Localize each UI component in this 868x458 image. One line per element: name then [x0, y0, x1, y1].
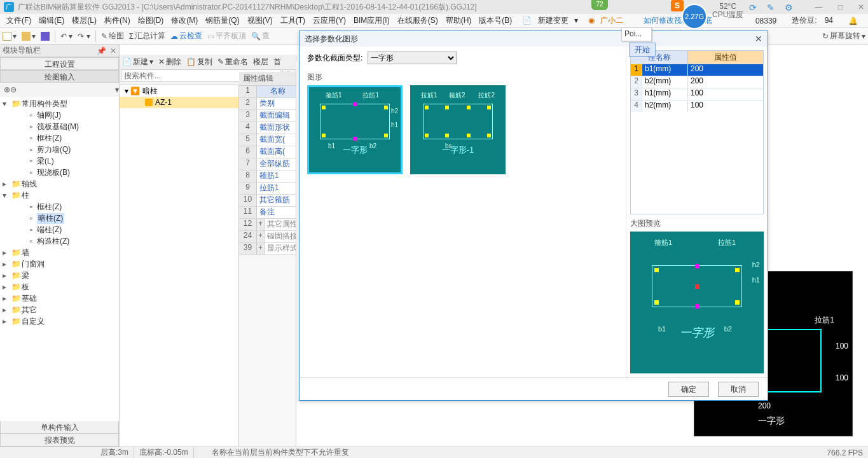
tree-item-child[interactable]: ▫筏板基础(M) [0, 121, 119, 132]
sum-button[interactable]: Σ 汇总计算 [129, 31, 165, 41]
flat-top-button[interactable]: ▭ 平齐板顶 [207, 31, 246, 41]
tree-item[interactable]: ▸📁门窗洞 [0, 258, 119, 270]
menu-component[interactable]: 构件(N) [100, 15, 134, 26]
draw-button[interactable]: ✎ 绘图 [101, 31, 124, 41]
property-grid[interactable]: 1名称2类别3截面编辑4截面形状5截面宽(6截面高(7全部纵筋8箍筋19拉筋11… [239, 86, 296, 255]
prop-row[interactable]: 5截面宽( [239, 134, 296, 146]
menu-bim[interactable]: BIM应用(I) [350, 15, 394, 26]
report-preview-button[interactable]: 报表预览 [0, 434, 119, 447]
tree-item[interactable]: ▸📁梁 [0, 270, 119, 281]
tree-item[interactable]: ▸📁自定义 [0, 316, 119, 327]
menu-tools[interactable]: 工具(T) [277, 15, 309, 26]
component-tree[interactable]: ▾📁常用构件类型▫轴网(J)▫筏板基础(M)▫框柱(Z)▫剪力墙(Q)▫梁(L)… [0, 97, 119, 421]
window-minimize[interactable]: — [815, 3, 823, 11]
nav-pin-icon[interactable]: 📌 [97, 46, 106, 55]
tree-item-child[interactable]: ▫梁(L) [0, 155, 119, 167]
menu-modify[interactable]: 修改(M) [167, 15, 202, 26]
tree-item[interactable]: ▾📁柱 [0, 190, 119, 201]
window-maximize[interactable]: □ [838, 3, 843, 11]
start-button[interactable]: 开始 [629, 43, 656, 57]
dialog-titlebar[interactable]: 选择参数化图形 ✕ [300, 31, 768, 46]
tree-item-child[interactable]: ▫框柱(Z) [0, 201, 119, 212]
prop-row[interactable]: 4截面形状 [239, 122, 296, 134]
save-file-button[interactable] [41, 32, 50, 41]
sogou-badge[interactable]: S [671, 0, 684, 11]
memory-badge[interactable]: 2.27G [682, 4, 707, 29]
tree2-root[interactable]: ▾ 🔽 暗柱 [120, 85, 238, 97]
tree-item-child[interactable]: ▫现浇板(B) [0, 167, 119, 178]
delete-component-button[interactable]: ✕ 删除 [158, 57, 181, 67]
tree-item-child[interactable]: ▫框柱(Z) [0, 132, 119, 144]
shape-card-1[interactable]: 箍筋1 拉筋1 b1 b2 h1 h2 一字形 [307, 85, 403, 174]
project-settings-button[interactable]: 工程设置 [0, 57, 119, 70]
prop-row[interactable]: 8箍筋1 [239, 170, 296, 183]
shape-card-2[interactable]: 拉筋1 箍筋2 拉筋2 bs 一字形-1 [410, 85, 506, 174]
param-type-select[interactable]: 一字形 [368, 52, 457, 64]
bell-icon[interactable]: 🔔 [844, 17, 862, 25]
param-table-row[interactable]: 3h1(mm)100 [631, 88, 763, 100]
new-change-button[interactable]: 📄 新建变更 ▾ [518, 15, 582, 26]
param-table-row[interactable]: 4h2(mm)100 [631, 100, 763, 112]
rename-component-button[interactable]: ✎ 重命名 [217, 57, 248, 67]
prop-row[interactable]: 24+锚固搭接 [239, 231, 296, 243]
cancel-button[interactable]: 取消 [718, 382, 759, 397]
single-input-button[interactable]: 单构件输入 [0, 421, 119, 434]
menu-draw[interactable]: 绘图(D) [134, 15, 168, 26]
menu-cloud[interactable]: 云应用(Y) [309, 15, 350, 26]
first-button[interactable]: 首 [273, 57, 281, 67]
menu-file[interactable]: 文件(F) [3, 15, 35, 26]
tree2-item-az1[interactable]: AZ-1 [120, 97, 238, 108]
undo-button[interactable]: ↶ ▾ [60, 32, 72, 41]
param-table[interactable]: 性名称 属性值 1b1(mm)2002b2(mm)2003h1(mm)1004h… [630, 50, 764, 214]
menu-online[interactable]: 在线服务(S) [394, 15, 442, 26]
prop-row[interactable]: 9拉筋1 [239, 183, 296, 195]
tree-item-child[interactable]: ▫构造柱(Z) [0, 235, 119, 247]
tree-item-child[interactable]: ▫剪力墙(Q) [0, 144, 119, 155]
health-badge[interactable]: 72 [591, 0, 608, 10]
param-table-row[interactable]: 2b2(mm)200 [631, 76, 763, 88]
tree-item[interactable]: ▸📁基础 [0, 293, 119, 304]
nav-more-icon[interactable]: ▾ [115, 85, 119, 94]
prop-row[interactable]: 11备注 [239, 207, 296, 219]
prop-row[interactable]: 6截面高( [239, 146, 296, 158]
redo-button[interactable]: ↷ ▾ [78, 32, 90, 41]
menu-rebar[interactable]: 钢筋量(Q) [202, 15, 243, 26]
ok-button[interactable]: 确定 [668, 382, 709, 397]
tree-item-child[interactable]: ▫轴网(J) [0, 109, 119, 121]
tree-item[interactable]: ▾📁常用构件类型 [0, 98, 119, 109]
tree-item[interactable]: ▸📁其它 [0, 304, 119, 316]
expand-icon[interactable]: ⊕⊖ [4, 85, 17, 94]
floor-button[interactable]: 楼层 [253, 57, 268, 67]
nav-close-icon[interactable]: ✕ [110, 46, 116, 55]
prop-row[interactable]: 7全部纵筋 [239, 158, 296, 170]
menu-help[interactable]: 帮助(H) [442, 15, 476, 26]
prop-row[interactable]: 1名称 [239, 86, 296, 98]
find-button[interactable]: 🔍 查 [251, 31, 270, 41]
new-component-button[interactable]: 📄 新建 ▾ [122, 57, 153, 67]
window-close[interactable]: ✕ [858, 3, 864, 11]
cloud-check-button[interactable]: ☁ 云检查 [170, 31, 202, 41]
prop-row[interactable]: 2类别 [239, 98, 296, 110]
title-tool-icons[interactable]: ⟳ ✎ ⚙ [749, 3, 797, 13]
menu-view[interactable]: 视图(V) [244, 15, 277, 26]
copy-component-button[interactable]: 📋 复制 [186, 57, 212, 67]
prop-row[interactable]: 12+其它属性 [239, 219, 296, 231]
menu-version[interactable]: 版本号(B) [475, 15, 516, 26]
dialog-close-button[interactable]: ✕ [755, 34, 762, 44]
draw-input-button[interactable]: 绘图输入 [0, 70, 119, 83]
menu-floor[interactable]: 楼层(L) [68, 15, 100, 26]
tree-item[interactable]: ▸📁轴线 [0, 178, 119, 190]
tree-item[interactable]: ▸📁墙 [0, 247, 119, 258]
prop-row[interactable]: 10其它箍筋 [239, 195, 296, 207]
user-indicator[interactable]: ◉ 广小二 [584, 15, 631, 26]
new-file-button[interactable]: ▾ [3, 32, 17, 41]
tree-item-child[interactable]: ▫暗柱(Z) [0, 212, 119, 224]
component-instance-tree[interactable]: ▾ 🔽 暗柱 AZ-1 [120, 85, 239, 447]
open-file-button[interactable]: ▾ [22, 32, 36, 41]
param-table-row[interactable]: 1b1(mm)200 [631, 64, 763, 76]
prop-row[interactable]: 3截面编辑 [239, 110, 296, 122]
prop-row[interactable]: 39+显示样式 [239, 243, 296, 255]
tree-item-child[interactable]: ▫端柱(Z) [0, 224, 119, 235]
menu-edit[interactable]: 编辑(E) [35, 15, 68, 26]
screen-rotate-button[interactable]: ↻ 屏幕旋转 ▾ [822, 31, 865, 41]
